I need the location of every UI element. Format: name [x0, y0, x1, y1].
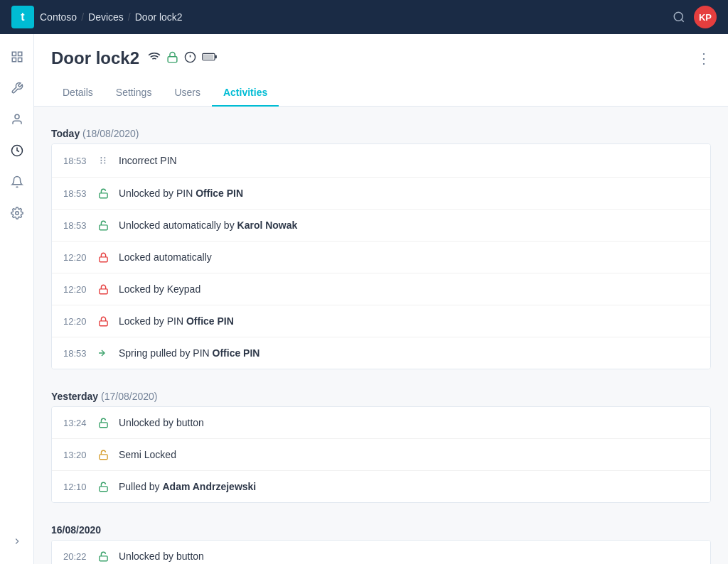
svg-rect-26 [99, 555, 107, 560]
activity-description: Incorrect PIN [119, 155, 699, 166]
battery-icon [202, 52, 218, 65]
table-row: 12:20 Locked automatically [52, 242, 710, 273]
page-title-left: Door lock2 [51, 48, 218, 68]
activity-time: 13:20 [63, 450, 95, 460]
content-area: Door lock2 [34, 34, 728, 564]
unlock-icon [95, 418, 112, 428]
svg-point-8 [15, 212, 18, 215]
svg-rect-23 [99, 422, 107, 427]
sidebar-item-person[interactable] [3, 105, 31, 134]
svg-rect-21 [99, 320, 107, 325]
page-header: Door lock2 [34, 34, 728, 107]
tabs: Details Settings Users Activities [51, 80, 711, 106]
breadcrumb-contoso[interactable]: Contoso [40, 11, 77, 23]
table-row: 13:20 Semi Locked [52, 439, 710, 471]
activity-time: 18:53 [63, 348, 95, 359]
activity-list-16aug: 20:22 Unlocked by button 20:02 [51, 540, 711, 564]
activity-description: Pulled by Adam Andrzejewski [119, 481, 699, 492]
table-row: 13:24 Unlocked by button [52, 407, 710, 439]
sidebar-item-clock[interactable] [3, 136, 31, 165]
breadcrumb-doorlock: Door lock2 [135, 11, 183, 23]
svg-rect-16 [203, 54, 213, 59]
activity-description: Locked by PIN Office PIN [119, 315, 699, 327]
semi-lock-icon [95, 450, 112, 460]
svg-point-0 [674, 12, 682, 21]
tab-activities[interactable]: Activities [212, 80, 279, 107]
sidebar-item-tools[interactable] [3, 74, 31, 102]
activity-time: 12:10 [63, 482, 95, 492]
table-row: 18:53 Spring pulled by PIN Office PIN [52, 337, 710, 369]
app-logo: t [11, 6, 34, 28]
activity-list-yesterday: 13:24 Unlocked by button 13:20 [51, 406, 711, 503]
svg-rect-4 [12, 58, 16, 62]
unlock-icon [95, 551, 112, 562]
power-icon [184, 51, 196, 66]
breadcrumb-sep2: / [128, 11, 131, 23]
tab-settings[interactable]: Settings [105, 80, 164, 107]
breadcrumb-sep1: / [81, 11, 84, 23]
svg-rect-24 [99, 454, 107, 459]
tab-users[interactable]: Users [163, 80, 212, 107]
lock-icon [95, 316, 112, 327]
activity-time: 12:20 [63, 316, 95, 327]
unlock-icon [95, 482, 112, 492]
activity-time: 20:22 [63, 551, 95, 562]
activity-time: 12:20 [63, 252, 95, 263]
warning-icon: ⁝⁝ [95, 154, 112, 167]
spring-icon [95, 347, 112, 359]
table-row: 12:10 Pulled by Adam Andrzejewski [52, 471, 710, 502]
svg-line-1 [681, 19, 683, 21]
activity-content: Today (18/08/2020) 18:53 ⁝⁝ Incorrect PI… [34, 121, 728, 564]
sidebar-item-bell[interactable] [3, 168, 31, 196]
svg-rect-19 [99, 256, 107, 261]
date-group-today: Today (18/08/2020) 18:53 ⁝⁝ Incorrect PI… [51, 121, 711, 369]
device-icons [148, 50, 218, 66]
date-header-today: Today (18/08/2020) [51, 121, 711, 143]
table-row: 18:53 Unlocked automatically by Karol No… [52, 210, 710, 242]
tab-details[interactable]: Details [51, 80, 105, 107]
date-group-yesterday: Yesterday (17/08/2020) 13:24 Unlocked by… [51, 384, 711, 503]
activity-time: 18:53 [63, 156, 95, 166]
main-layout: Door lock2 [0, 34, 728, 564]
table-row: 18:53 ⁝⁝ Incorrect PIN [52, 144, 710, 178]
date-header-yesterday: Yesterday (17/08/2020) [51, 384, 711, 406]
svg-rect-20 [99, 288, 107, 293]
sidebar-expand-button[interactable] [3, 527, 31, 555]
sidebar [0, 34, 34, 564]
svg-rect-15 [215, 55, 216, 59]
page-title: Door lock2 [51, 48, 139, 68]
date-group-16aug: 16/08/2020 20:22 Unlocked by button [51, 517, 711, 564]
breadcrumb: Contoso / Devices / Door lock2 [40, 11, 183, 23]
activity-description: Locked by Keypad [119, 283, 699, 295]
activity-description: Unlocked by button [119, 551, 699, 562]
topbar-left: t Contoso / Devices / Door lock2 [11, 6, 183, 28]
activity-description: Semi Locked [119, 449, 699, 460]
svg-rect-2 [12, 52, 16, 55]
activity-description: Locked automatically [119, 251, 699, 263]
wifi-icon [148, 50, 161, 66]
lock-icon [95, 252, 112, 263]
activity-time: 18:53 [63, 188, 95, 199]
table-row: 12:20 Locked by Keypad [52, 273, 710, 305]
table-row: 18:53 Unlocked by PIN Office PIN [52, 178, 710, 210]
page-title-row: Door lock2 [51, 48, 711, 68]
breadcrumb-devices[interactable]: Devices [88, 11, 124, 23]
unlock-icon [95, 220, 112, 231]
activity-list-today: 18:53 ⁝⁝ Incorrect PIN 18:53 [51, 143, 711, 369]
more-options-button[interactable]: ⋮ [697, 50, 711, 67]
svg-rect-18 [99, 224, 107, 229]
activity-time: 18:53 [63, 220, 95, 231]
svg-point-6 [15, 114, 19, 119]
lock-green-icon [166, 51, 178, 66]
activity-description: Unlocked automatically by Karol Nowak [119, 219, 699, 231]
user-avatar[interactable]: KP [694, 6, 717, 28]
table-row: 12:20 Locked by PIN Office PIN [52, 305, 710, 337]
sidebar-item-grid[interactable] [3, 43, 31, 71]
svg-rect-3 [18, 52, 21, 55]
table-row: 20:22 Unlocked by button [52, 541, 710, 564]
svg-rect-5 [18, 58, 21, 62]
topbar: t Contoso / Devices / Door lock2 KP [0, 0, 728, 34]
svg-rect-25 [99, 486, 107, 491]
sidebar-item-settings[interactable] [3, 199, 31, 227]
search-button[interactable] [673, 11, 685, 23]
